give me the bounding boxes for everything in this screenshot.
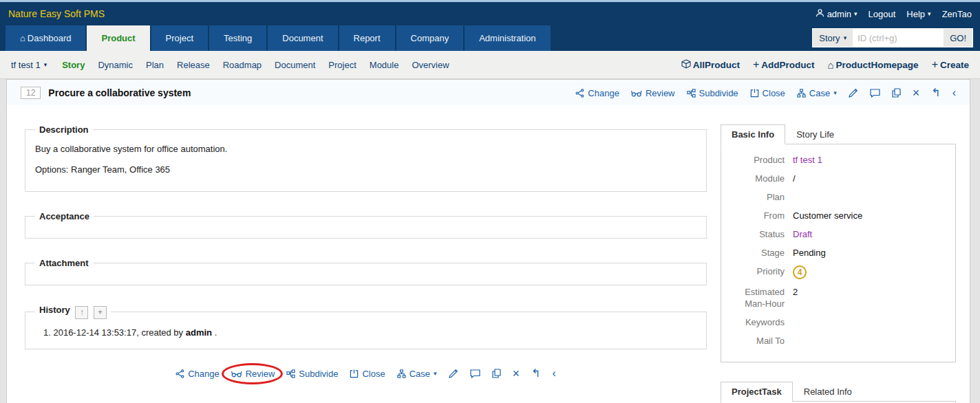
subnav-item-release[interactable]: Release (177, 60, 210, 70)
tab-document[interactable]: Document (268, 25, 337, 51)
case-menu-button[interactable]: Case ▾ (797, 88, 837, 98)
tab-dashboard[interactable]: ⌂Dashboard (6, 25, 85, 51)
product-homepage-button[interactable]: ⌂ ProductHomepage (828, 60, 919, 70)
subnav-item-plan[interactable]: Plan (146, 60, 164, 70)
angle-left-icon[interactable]: ‹ (553, 368, 556, 379)
back-arrow-icon[interactable]: ↰ (931, 87, 940, 98)
subdivide-icon (286, 369, 295, 378)
page-title: Procure a collaborative system (48, 87, 191, 98)
create-button[interactable]: + Create (932, 59, 969, 70)
delete-icon[interactable]: × (513, 367, 520, 380)
quick-search: Story ▾ GO! (812, 28, 973, 47)
attachment-legend: Attachment (35, 258, 93, 268)
change-button[interactable]: Change (175, 369, 220, 379)
delete-icon[interactable]: × (913, 87, 920, 99)
copy-icon (892, 88, 901, 98)
change-icon (575, 89, 584, 98)
history-entry: 1. 2016-12-14 13:53:17, created by admin… (43, 327, 696, 338)
acceptance-legend: Acceptance (35, 211, 94, 221)
subnav-item-roadmap[interactable]: Roadmap (223, 60, 262, 70)
glasses-icon (231, 369, 242, 378)
close-button[interactable]: Close (350, 369, 385, 379)
description-line: Buy a collaborative system for office au… (35, 142, 696, 157)
history-section: History ↑ + 1. 2016-12-14 13:53:17, crea… (25, 305, 707, 349)
all-product-button[interactable]: AllProduct (681, 59, 740, 71)
product-selector[interactable]: tf test 1 ▾ (11, 60, 47, 70)
pencil-icon (449, 369, 458, 378)
case-menu-button[interactable]: Case ▾ (397, 369, 437, 379)
history-add-button[interactable]: + (94, 306, 107, 319)
logout-link[interactable]: Logout (869, 9, 896, 19)
go-button[interactable]: GO! (944, 29, 972, 47)
user-name: admin (827, 9, 851, 19)
comment-button[interactable] (870, 89, 880, 98)
product-link[interactable]: tf test 1 (793, 154, 822, 166)
home-icon: ⌂ (828, 60, 834, 70)
plus-icon: + (932, 59, 938, 70)
app-header: Nature Easy Soft PMS admin ▾ Logout Help… (0, 2, 980, 51)
products-cube-icon (681, 59, 691, 71)
subnav-item-module[interactable]: Module (370, 60, 399, 70)
story-header: 12 Procure a collaborative system Change… (7, 80, 970, 105)
chevron-down-icon: ▾ (434, 371, 437, 377)
field-keywords: Keywords (724, 316, 948, 328)
tab-related-info[interactable]: Related Info (793, 382, 863, 402)
chevron-down-icon: ▾ (854, 11, 858, 17)
tab-company[interactable]: Company (396, 25, 464, 51)
edit-button[interactable] (849, 88, 858, 98)
tab-product[interactable]: Product (87, 25, 149, 51)
subnav-item-project[interactable]: Project (328, 60, 356, 70)
acceptance-section: Acceptance (25, 211, 707, 239)
tab-story-life[interactable]: Story Life (785, 124, 845, 144)
review-button[interactable]: Review (631, 88, 675, 98)
basic-info-tabbox: Basic Info Story Life Product tf test 1 … (721, 124, 956, 362)
help-menu[interactable]: Help ▾ (906, 9, 930, 19)
copy-button[interactable] (892, 88, 901, 98)
subdivide-button[interactable]: Subdivide (687, 88, 738, 98)
field-mail-to: Mail To (724, 335, 948, 347)
edit-button[interactable] (449, 369, 458, 378)
priority-badge: 4 (793, 265, 807, 279)
story-main-column: Description Buy a collaborative system f… (7, 105, 721, 395)
description-legend: Description (35, 124, 93, 135)
subdivide-button[interactable]: Subdivide (286, 369, 338, 379)
help-label: Help (906, 9, 925, 19)
tab-report[interactable]: Report (339, 25, 395, 51)
tab-project[interactable]: Project (151, 25, 208, 51)
project-task-tabbox: ProjectTask Related Info (721, 382, 956, 403)
main-nav: ⌂Dashboard Product Project Testing Docum… (0, 25, 980, 51)
zentao-link[interactable]: ZenTao (942, 9, 972, 19)
search-scope-select[interactable]: Story ▾ (813, 29, 853, 47)
back-arrow-icon[interactable]: ↰ (531, 368, 540, 379)
comment-button[interactable] (470, 369, 480, 378)
subnav-item-overview[interactable]: Overview (412, 60, 449, 70)
history-collapse-button[interactable]: ↑ (75, 306, 88, 319)
add-product-button[interactable]: + AddProduct (753, 59, 815, 70)
field-module: Module / (724, 173, 948, 184)
subnav-item-dynamic[interactable]: Dynamic (98, 60, 133, 70)
tab-project-task[interactable]: ProjectTask (721, 382, 793, 402)
field-stage: Stage Pending (724, 247, 948, 259)
sitemap-icon (797, 89, 806, 98)
subnav-item-document[interactable]: Document (275, 60, 315, 70)
comment-icon (870, 89, 880, 98)
status-badge: Draft (793, 228, 812, 240)
tab-testing[interactable]: Testing (209, 25, 266, 51)
change-button[interactable]: Change (575, 88, 619, 98)
plus-icon: + (753, 59, 759, 70)
search-input[interactable] (853, 29, 944, 47)
copy-icon (492, 369, 501, 378)
user-menu[interactable]: admin ▾ (816, 8, 858, 19)
story-toolbar-top: Change Review Subdivide Close Case ▾ (575, 87, 956, 99)
tab-administration[interactable]: Administration (465, 25, 550, 51)
angle-left-icon[interactable]: ‹ (952, 87, 956, 98)
close-button[interactable]: Close (750, 88, 785, 98)
copy-button[interactable] (492, 369, 501, 378)
tab-basic-info[interactable]: Basic Info (721, 124, 785, 144)
product-subnav: tf test 1 ▾ Story Dynamic Plan Release R… (0, 51, 980, 79)
field-status: Status Draft (724, 228, 948, 240)
subnav-item-story[interactable]: Story (62, 60, 85, 70)
field-from: From Customer service (724, 210, 948, 221)
story-toolbar-bottom: Change Review Subdivide Close Cas (25, 367, 707, 380)
review-button[interactable]: Review (231, 369, 275, 379)
